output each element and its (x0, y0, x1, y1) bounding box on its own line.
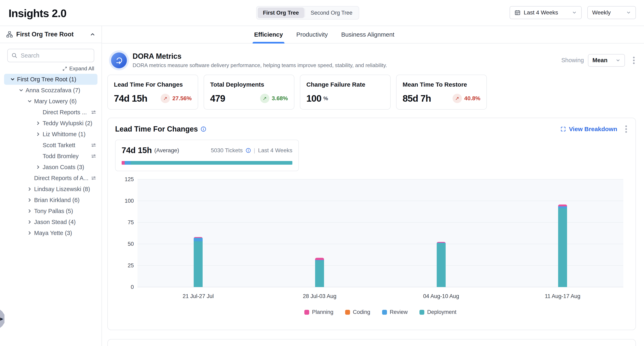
tab-efficiency[interactable]: Efficiency (254, 26, 283, 43)
summary-value: 74d 15h (122, 146, 152, 155)
chevron-right-icon[interactable] (34, 119, 42, 127)
chevron-down-icon (616, 58, 620, 63)
tree-item-label: Anna Scozzafava (7) (26, 87, 80, 94)
y-tick-label: 0 (115, 284, 134, 290)
tree-item[interactable]: Mary Lowery (6) (0, 96, 102, 107)
trend-value: 3.68% (272, 95, 288, 102)
tree-item[interactable]: Liz Whittome (1) (0, 129, 102, 140)
gridline (138, 222, 623, 223)
chevron-right-icon[interactable] (34, 163, 42, 171)
lead-time-summary-card: 74d 15h (Average) 5030 Tickets | Last 4 … (115, 140, 299, 171)
tree-item[interactable]: Todd Bromley (0, 151, 102, 162)
tree-item[interactable]: Brian Kirkland (6) (0, 195, 102, 206)
x-tick-label: 11 Aug-17 Aug (545, 293, 580, 299)
separator: | (254, 147, 255, 154)
tree-item[interactable]: Scott Tarkett (0, 140, 102, 151)
tree-item[interactable]: Direct Reports of A... (0, 172, 102, 184)
dora-metrics-header: DORA Metrics DORA metrics measure softwa… (111, 52, 636, 69)
trend-arrow-icon: ↗ (452, 94, 462, 103)
chevron-right-icon[interactable] (26, 186, 33, 193)
sliders-icon[interactable] (90, 142, 97, 148)
tree-item[interactable]: Teddy Wylupski (2) (0, 118, 102, 129)
chevron-right-icon[interactable] (34, 130, 42, 138)
org-tree-icon (6, 31, 13, 38)
metric-card: Mean Time To Restore85d 7h↗40.8% (396, 75, 487, 110)
y-tick-label: 25 (115, 262, 134, 269)
chevron-down-icon[interactable] (18, 87, 25, 94)
chevron-right-icon[interactable] (26, 207, 33, 215)
org-tree-toggle: First Org Tree Second Org Tree (256, 6, 359, 20)
chevron-down-icon[interactable] (26, 98, 33, 105)
summary-period: Last 4 Weeks (258, 147, 292, 154)
sliders-icon[interactable] (90, 175, 97, 181)
dora-loop-icon (111, 52, 127, 68)
chevron-down-icon (626, 10, 631, 15)
app-title: Insights 2.0 (8, 7, 66, 20)
phase-distribution-bar (122, 161, 292, 165)
showing-select[interactable]: Mean (588, 54, 625, 67)
legend-swatch (420, 310, 424, 315)
stacked-bar[interactable] (437, 242, 446, 287)
insights-dashboard: Insights 2.0 First Org Tree Second Org T… (0, 0, 644, 346)
top-bar: Insights 2.0 First Org Tree Second Org T… (0, 0, 644, 26)
view-breakdown-label: View Breakdown (569, 126, 617, 132)
gridline (138, 265, 623, 266)
lead-time-section: Lead Time For Changes View Breakdown (108, 118, 636, 330)
search-input[interactable] (7, 49, 94, 62)
info-icon[interactable] (246, 148, 251, 153)
y-tick-label: 125 (115, 176, 134, 183)
gridline (138, 179, 623, 180)
sidebar-search (7, 49, 94, 62)
deployment-frequency-section: Deployment Frequency View Breakdown (108, 339, 636, 346)
tree-item[interactable]: Maya Yette (3) (0, 228, 102, 238)
metric-card-title: Lead Time For Changes (114, 81, 192, 88)
bar-segment-review (194, 238, 202, 241)
legend-label: Coding (353, 309, 370, 315)
tree-item-label: Mary Lowery (6) (34, 98, 77, 105)
tree-item-label: Direct Reports of A... (34, 175, 88, 182)
sliders-icon[interactable] (90, 109, 97, 115)
granularity-value: Weekly (592, 9, 611, 16)
chevron-up-icon[interactable] (90, 32, 96, 37)
tree-item[interactable]: First Org Tree Root (1) (4, 74, 98, 85)
tab-productivity[interactable]: Productivity (296, 26, 328, 43)
chevron-right-icon[interactable] (26, 218, 33, 226)
date-range-select[interactable]: Last 4 Weeks (510, 6, 582, 19)
stacked-bar[interactable] (315, 258, 324, 287)
kebab-menu-icon[interactable] (632, 56, 636, 65)
chevron-right-icon[interactable] (26, 229, 33, 237)
x-axis: 21 Jul-27 Jul28 Jul-03 Aug04 Aug-10 Aug1… (138, 293, 623, 301)
legend-item: Deployment (420, 309, 456, 315)
granularity-select[interactable]: Weekly (587, 6, 636, 19)
chevron-down-icon[interactable] (9, 76, 16, 83)
kebab-menu-icon[interactable] (624, 124, 628, 134)
tree-item-label: First Org Tree Root (1) (17, 76, 76, 83)
sliders-icon[interactable] (90, 153, 97, 159)
stacked-bar[interactable] (194, 237, 202, 287)
bar-segment-deployment (558, 208, 567, 287)
expand-diagonal-icon (62, 66, 67, 71)
toggle-first-org-tree[interactable]: First Org Tree (258, 8, 304, 18)
legend-item: Planning (304, 309, 333, 315)
toggle-second-org-tree[interactable]: Second Org Tree (305, 8, 358, 18)
tree-item[interactable]: Tony Pallas (5) (0, 206, 102, 217)
chart-plot (138, 179, 623, 287)
tab-business-alignment[interactable]: Business Alignment (341, 26, 394, 43)
tree-item-label: Teddy Wylupski (2) (43, 120, 92, 127)
stacked-bar[interactable] (558, 205, 567, 287)
expand-all-button[interactable]: Expand All (7, 65, 94, 72)
bar-segment-planning (558, 205, 567, 206)
view-breakdown-link[interactable]: View Breakdown (560, 126, 617, 132)
tree-item[interactable]: Lindsay Liszewski (8) (0, 184, 102, 195)
chevron-right-icon[interactable] (26, 196, 33, 204)
tree-item[interactable]: Anna Scozzafava (7) (0, 85, 102, 96)
tree-item[interactable]: Jason Coats (3) (0, 162, 102, 172)
tree-item[interactable]: Jason Stead (4) (0, 217, 102, 228)
bar-segment-deployment (315, 260, 324, 287)
tree-item[interactable]: Direct Reports ... (0, 107, 102, 118)
trend-indicator: ↗40.8% (452, 94, 480, 103)
metric-card: Change Failure Rate100% (300, 75, 390, 110)
bar-segment-deployment (194, 241, 202, 287)
bar-segment-review (558, 206, 567, 208)
info-icon[interactable] (200, 126, 206, 132)
